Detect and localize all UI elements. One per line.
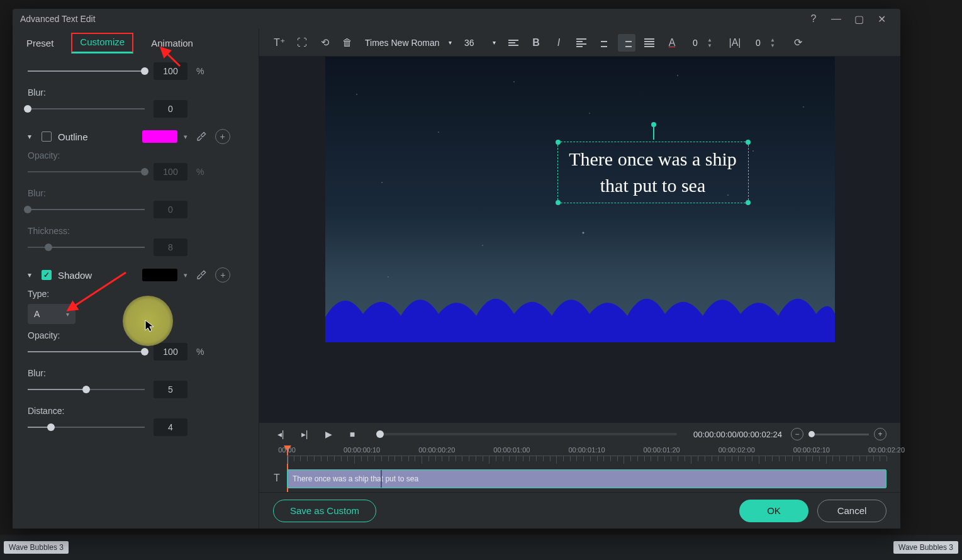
- scrub-bar[interactable]: [376, 433, 677, 435]
- advanced-text-edit-dialog: Advanced Text Edit ? — ▢ ✕ Preset Custom…: [13, 9, 900, 529]
- outline-blur-slider[interactable]: [28, 204, 145, 215]
- outline-add-button[interactable]: +: [215, 129, 230, 144]
- reset-icon[interactable]: ⟳: [789, 34, 807, 52]
- zoom-out-button[interactable]: −: [791, 428, 803, 440]
- minimize-button[interactable]: —: [825, 11, 847, 26]
- shadow-color-caret[interactable]: ▾: [184, 271, 187, 279]
- shadow-type-select[interactable]: A ▾: [28, 304, 76, 324]
- shadow-type-label: Type:: [28, 289, 243, 299]
- preview-text[interactable]: There once was a ship that put to sea: [561, 146, 746, 199]
- outline-eyedropper-icon[interactable]: [194, 129, 209, 144]
- close-button[interactable]: ✕: [870, 11, 893, 26]
- zoom-slider[interactable]: [808, 434, 869, 435]
- outline-opacity-slider[interactable]: [28, 167, 145, 177]
- outline-opacity-label: Opacity:: [28, 150, 243, 160]
- line-spacing-stepper[interactable]: 0 ▲▼: [749, 37, 784, 48]
- shadow-section-label: Shadow: [58, 270, 92, 281]
- outline-color-caret[interactable]: ▾: [184, 133, 187, 141]
- play-pause-button[interactable]: ▸|: [297, 427, 312, 442]
- align-right-button[interactable]: [618, 34, 635, 52]
- shadow-distance-slider[interactable]: [28, 422, 145, 432]
- handle-top-right[interactable]: [746, 140, 751, 145]
- fit-icon[interactable]: ⛶: [293, 34, 311, 52]
- shadow-add-button[interactable]: +: [215, 267, 230, 283]
- char-spacing-stepper[interactable]: 0 ▲▼: [686, 37, 721, 48]
- prev-frame-button[interactable]: ◂|: [273, 427, 288, 442]
- line-spacing-value: 0: [749, 38, 768, 48]
- align-center-button[interactable]: [595, 34, 613, 52]
- add-text-icon[interactable]: T⁺: [271, 34, 288, 52]
- line-spacing-icon[interactable]: |A|: [726, 34, 744, 52]
- font-size-select[interactable]: 36 ▾: [461, 33, 500, 52]
- zoom-in-button[interactable]: +: [874, 428, 886, 440]
- outline-blur-label: Blur:: [28, 188, 243, 198]
- fill-opacity-unit: %: [196, 66, 209, 76]
- preview-canvas[interactable]: There once was a ship that put to sea: [325, 57, 835, 342]
- shadow-type-value: A: [34, 309, 40, 319]
- outline-section-label: Outline: [58, 132, 88, 142]
- char-spacing-value: 0: [686, 38, 705, 48]
- fill-blur-slider[interactable]: [28, 104, 145, 114]
- replace-icon[interactable]: ⟲: [316, 34, 333, 52]
- font-name: Times New Roman: [365, 38, 440, 48]
- outline-thickness-value[interactable]: 8: [154, 238, 187, 256]
- shadow-distance-value[interactable]: 4: [154, 418, 187, 436]
- shadow-color-swatch[interactable]: [142, 269, 177, 281]
- delete-icon[interactable]: 🗑: [338, 34, 356, 52]
- shadow-eyedropper-icon[interactable]: [194, 267, 209, 283]
- shadow-blur-value[interactable]: 5: [154, 381, 187, 398]
- shadow-collapse-caret[interactable]: ▾: [28, 271, 35, 279]
- help-button[interactable]: ?: [802, 11, 825, 26]
- bg-clip-1: Wave Bubbles 3: [4, 541, 69, 554]
- shadow-opacity-slider[interactable]: [28, 347, 145, 357]
- handle-bottom-left[interactable]: [556, 200, 561, 205]
- cancel-button[interactable]: Cancel: [817, 500, 886, 522]
- timeline-ruler[interactable]: 00:0000:00:00:1000:00:00:2000:00:01:0000…: [259, 445, 900, 469]
- tab-customize[interactable]: Customize: [71, 33, 133, 53]
- timecode-display: 00:00:00:00/00:00:02:24: [693, 430, 782, 439]
- text-bounding-box[interactable]: There once was a ship that put to sea: [557, 142, 749, 203]
- fill-opacity-slider[interactable]: [28, 66, 145, 76]
- font-size-value: 36: [464, 38, 474, 48]
- outline-collapse-caret[interactable]: ▾: [28, 132, 35, 141]
- stop-button[interactable]: ■: [345, 427, 360, 442]
- tab-animation[interactable]: Animation: [148, 33, 196, 53]
- ruler-label: 00:00:02:10: [793, 446, 830, 454]
- text-color-button[interactable]: A: [663, 34, 681, 52]
- rotate-handle[interactable]: [653, 127, 654, 140]
- ruler-label: 00:00:01:20: [644, 446, 680, 454]
- ruler-label: 00:00:00:20: [418, 446, 455, 454]
- shadow-blur-label: Blur:: [28, 368, 243, 378]
- shadow-blur-slider[interactable]: [28, 384, 145, 395]
- bold-button[interactable]: B: [527, 34, 545, 52]
- handle-top-left[interactable]: [556, 140, 561, 145]
- fill-blur-value[interactable]: 0: [154, 100, 187, 118]
- outline-blur-value[interactable]: 0: [154, 201, 187, 218]
- outline-checkbox[interactable]: [42, 132, 52, 142]
- save-as-custom-button[interactable]: Save as Custom: [273, 500, 376, 522]
- font-select[interactable]: Times New Roman ▾: [361, 33, 456, 52]
- play-button[interactable]: ▶: [321, 427, 336, 442]
- handle-bottom-right[interactable]: [746, 200, 751, 205]
- timeline-text-clip[interactable]: There once was a ship that put to sea: [287, 469, 886, 488]
- outline-color-swatch[interactable]: [142, 130, 177, 143]
- outline-thickness-slider[interactable]: [28, 242, 145, 252]
- fill-opacity-value[interactable]: 100: [154, 62, 187, 80]
- ruler-label: 00:00:02:00: [719, 446, 755, 454]
- maximize-button[interactable]: ▢: [847, 11, 870, 26]
- shadow-opacity-unit: %: [196, 347, 209, 357]
- outline-opacity-value[interactable]: 100: [154, 163, 187, 181]
- tab-preset[interactable]: Preset: [24, 33, 56, 53]
- ruler-label: 00:00:01:00: [493, 446, 530, 454]
- ok-button[interactable]: OK: [739, 500, 808, 522]
- shadow-checkbox[interactable]: [42, 270, 52, 280]
- ruler-label: 00:00:02:20: [868, 446, 905, 454]
- bg-clip-2: Wave Bubbles 3: [893, 541, 958, 554]
- ruler-label: 00:00:01:10: [568, 446, 605, 454]
- fill-blur-label: Blur:: [28, 87, 243, 98]
- shadow-opacity-value[interactable]: 100: [154, 343, 187, 361]
- align-left-button[interactable]: [573, 34, 590, 52]
- italic-button[interactable]: I: [550, 34, 568, 52]
- align-justify-button[interactable]: [640, 34, 658, 52]
- align-vertical-icon[interactable]: [505, 34, 522, 52]
